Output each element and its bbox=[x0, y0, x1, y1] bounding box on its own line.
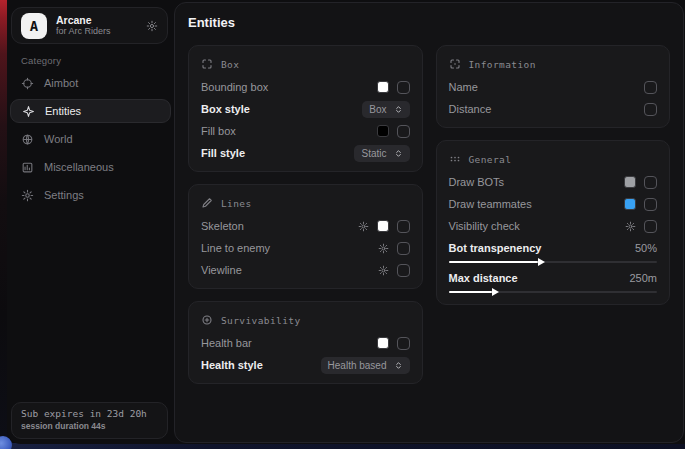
draw-bots-row: Draw BOTs bbox=[449, 171, 658, 193]
sidebar-item-label: Entities bbox=[45, 105, 81, 117]
app-title: Arcane bbox=[56, 14, 137, 26]
bounding-box-row: Bounding box bbox=[201, 76, 410, 98]
gear-icon[interactable] bbox=[378, 243, 389, 254]
subscription-card: Sub expires in 23d 20h session duration … bbox=[11, 402, 168, 439]
gear-icon[interactable] bbox=[358, 221, 369, 232]
distance-checkbox[interactable] bbox=[644, 103, 657, 116]
bounding-box-color-swatch[interactable] bbox=[377, 81, 389, 93]
health-bar-checkbox[interactable] bbox=[397, 337, 410, 350]
draw-teammates-row: Draw teammates bbox=[449, 193, 658, 215]
line-to-enemy-row: Line to enemy bbox=[201, 237, 410, 259]
fill-style-value: Static bbox=[361, 148, 386, 159]
sidebar-item-label: World bbox=[44, 133, 73, 145]
scan-corners-icon bbox=[201, 58, 213, 70]
unfold-icon bbox=[394, 361, 403, 370]
draw-teammates-label: Draw teammates bbox=[449, 198, 617, 210]
skeleton-checkbox[interactable] bbox=[397, 220, 410, 233]
line-to-enemy-label: Line to enemy bbox=[201, 242, 370, 254]
health-style-value: Health based bbox=[328, 360, 387, 371]
fill-box-label: Fill box bbox=[201, 125, 369, 137]
avatar: A bbox=[21, 13, 47, 39]
fill-box-row: Fill box bbox=[201, 120, 410, 142]
fill-style-dropdown[interactable]: Static bbox=[354, 145, 409, 162]
viewline-checkbox[interactable] bbox=[397, 264, 410, 277]
distance-label: Distance bbox=[449, 103, 637, 115]
viewline-row: Viewline bbox=[201, 259, 410, 281]
lines-card: Lines Skeleton L bbox=[188, 184, 423, 289]
sidebar-item-settings[interactable]: Settings bbox=[10, 183, 171, 207]
survivability-card: Survivability Health bar Health style He… bbox=[188, 301, 423, 384]
max-distance-slider[interactable] bbox=[449, 291, 658, 293]
distance-row: Distance bbox=[449, 98, 658, 120]
bot-transparency-label: Bot transpenency bbox=[449, 242, 635, 254]
left-column: Box Bounding box Box style Box bbox=[188, 45, 423, 384]
bot-transparency-slider[interactable] bbox=[449, 261, 658, 263]
app-subtitle: for Arc Riders bbox=[56, 26, 137, 36]
sidebar-item-label: Settings bbox=[44, 189, 84, 201]
sub-expiry-text: Sub expires in 23d 20h bbox=[21, 408, 158, 419]
gear-icon[interactable] bbox=[378, 265, 389, 276]
name-label: Name bbox=[449, 81, 637, 93]
sidebar-item-label: Miscellaneous bbox=[44, 161, 114, 173]
viewline-label: Viewline bbox=[201, 264, 370, 276]
max-distance-label: Max distance bbox=[449, 272, 630, 284]
draw-teammates-color-swatch[interactable] bbox=[624, 198, 636, 210]
slider-thumb[interactable] bbox=[538, 258, 545, 266]
draw-bots-color-swatch[interactable] bbox=[624, 176, 636, 188]
gear-icon bbox=[21, 189, 34, 202]
health-cross-icon bbox=[201, 314, 213, 326]
pencil-line-icon bbox=[201, 197, 213, 209]
logo-card: A Arcane for Arc Riders bbox=[11, 7, 168, 44]
bot-transparency-value: 50% bbox=[635, 242, 657, 254]
skeleton-color-swatch[interactable] bbox=[377, 220, 389, 232]
sidebar-item-aimbot[interactable]: Aimbot bbox=[10, 71, 171, 95]
health-style-dropdown[interactable]: Health based bbox=[321, 357, 410, 374]
sidebar: A Arcane for Arc Riders Category bbox=[7, 0, 174, 444]
sidebar-item-world[interactable]: World bbox=[10, 127, 171, 151]
max-distance-slider-group: Max distance 250m bbox=[449, 267, 658, 293]
skeleton-label: Skeleton bbox=[201, 220, 350, 232]
box-style-row: Box style Box bbox=[201, 98, 410, 120]
slider-thumb[interactable] bbox=[492, 288, 499, 296]
sidebar-item-miscellaneous[interactable]: Miscellaneous bbox=[10, 155, 171, 179]
sidebar-nav: Aimbot Entities World bbox=[10, 71, 171, 211]
gear-icon[interactable] bbox=[146, 20, 158, 32]
draw-bots-checkbox[interactable] bbox=[644, 176, 657, 189]
overlay-window: A Arcane for Arc Riders Category bbox=[7, 0, 685, 444]
line-to-enemy-checkbox[interactable] bbox=[397, 242, 410, 255]
session-duration-text: session duration 44s bbox=[21, 421, 158, 431]
max-distance-value: 250m bbox=[629, 272, 657, 284]
health-bar-row: Health bar bbox=[201, 332, 410, 354]
bounding-box-label: Bounding box bbox=[201, 81, 369, 93]
draw-teammates-checkbox[interactable] bbox=[644, 198, 657, 211]
card-title: Lines bbox=[221, 198, 252, 209]
category-label: Category bbox=[21, 55, 61, 66]
fill-style-row: Fill style Static bbox=[201, 142, 410, 164]
card-title: General bbox=[469, 154, 512, 165]
name-checkbox[interactable] bbox=[644, 81, 657, 94]
information-card: Information Name Distance bbox=[436, 45, 671, 128]
gear-icon[interactable] bbox=[625, 221, 636, 232]
unfold-icon bbox=[394, 149, 403, 158]
chart-grid-icon bbox=[21, 161, 34, 174]
unfold-icon bbox=[394, 105, 403, 114]
fill-box-color-swatch[interactable] bbox=[377, 125, 389, 137]
visibility-check-label: Visibility check bbox=[449, 220, 618, 232]
card-title: Survivability bbox=[221, 315, 301, 326]
fill-box-checkbox[interactable] bbox=[397, 125, 410, 138]
general-card: General Draw BOTs Draw teammates Visibil… bbox=[436, 140, 671, 305]
box-style-value: Box bbox=[369, 104, 386, 115]
visibility-check-checkbox[interactable] bbox=[644, 220, 657, 233]
health-bar-color-swatch[interactable] bbox=[377, 337, 389, 349]
bot-transparency-slider-group: Bot transpenency 50% bbox=[449, 237, 658, 263]
card-title: Information bbox=[469, 59, 536, 70]
name-row: Name bbox=[449, 76, 658, 98]
box-card: Box Bounding box Box style Box bbox=[188, 45, 423, 172]
bounding-box-checkbox[interactable] bbox=[397, 81, 410, 94]
sidebar-item-entities[interactable]: Entities bbox=[10, 99, 171, 123]
health-style-label: Health style bbox=[201, 359, 313, 371]
box-style-dropdown[interactable]: Box bbox=[362, 101, 409, 118]
box-style-label: Box style bbox=[201, 103, 354, 115]
right-column: Information Name Distance bbox=[436, 45, 671, 384]
health-style-row: Health style Health based bbox=[201, 354, 410, 376]
